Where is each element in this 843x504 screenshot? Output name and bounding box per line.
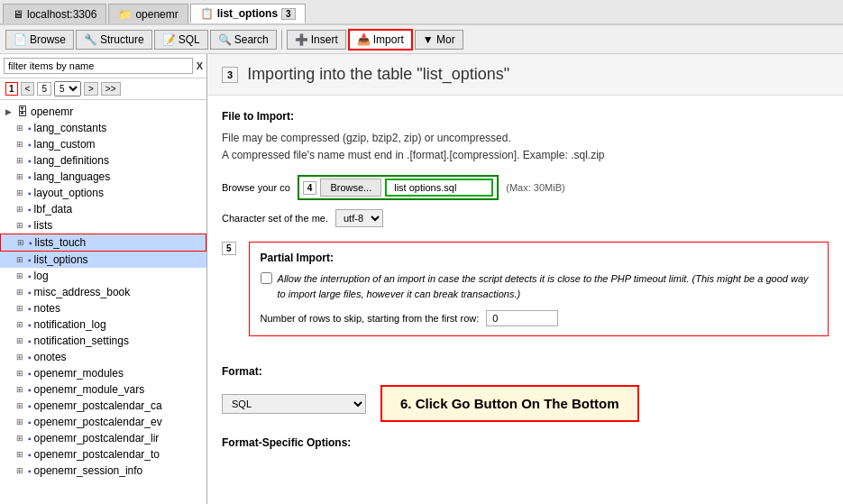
sidebar-item-lists_touch[interactable]: ⊞▪lists_touch [0,234,206,252]
browse-icon: 📄 [14,33,27,46]
format-select[interactable]: SQL [222,394,366,414]
sidebar-item-label: notification_settings [34,334,129,347]
more-button[interactable]: ▼ Mor [415,30,463,50]
sidebar-item-openemr_postcalendar_lir[interactable]: ⊞▪openemr_postcalendar_lir [0,430,206,446]
page-last-button[interactable]: >> [101,82,121,96]
charset-select[interactable]: utf-8 [335,209,383,227]
expand-icon: ⊞ [16,320,25,329]
sidebar-item-log[interactable]: ⊞▪log [0,268,206,284]
page-number: 5 [37,82,51,96]
sidebar-item-notification_settings[interactable]: ⊞▪notification_settings [0,333,206,349]
table-icon: ▪ [28,156,32,166]
sidebar-item-lang_definitions[interactable]: ⊞▪lang_definitions [0,152,206,169]
step5-marker: 5 [222,242,236,255]
content-area: 3 Importing into the table "list_options… [207,54,843,504]
sidebar-item-openemr_session_info[interactable]: ⊞▪openemr_session_info [0,463,206,479]
tab-number-badge: 3 [281,8,296,20]
sidebar-item-label: openemr_postcalendar_to [34,448,160,461]
file-import-section: File to Import: File may be compressed (… [222,110,829,227]
expand-icon: ⊞ [16,434,25,443]
sidebar-item-label: layout_options [34,187,104,199]
table-icon: ▪ [28,140,32,150]
sidebar-item-openemr_modules[interactable]: ⊞▪openemr_modules [0,365,206,381]
filter-input[interactable] [4,58,193,74]
main-toolbar: 📄 Browse 🔧 Structure 📝 SQL 🔍 Search ➕ In… [0,25,843,54]
sidebar-item-layout_options[interactable]: ⊞▪layout_options [0,185,206,201]
browse-file-button[interactable]: Browse... [320,179,381,197]
sidebar: X 1 < 5 5 > >> ▶ 🗄 openemr ⊞▪lang_consta… [0,54,207,504]
table-icon: ▪ [28,353,32,362]
sidebar-item-lang_custom[interactable]: ⊞▪lang_custom [0,136,206,152]
sidebar-item-lbf_data[interactable]: ⊞▪lbf_data [0,201,206,217]
tab-localhost[interactable]: 🖥 localhost:3306 [3,4,106,23]
table-icon: ▪ [28,385,32,395]
sidebar-item-lang_constants[interactable]: ⊞▪lang_constants [0,120,206,136]
expand-icon: ⊞ [16,369,25,378]
expand-icon: ⊞ [16,156,25,165]
sidebar-item-list_options[interactable]: ⊞▪list_options [0,252,206,268]
expand-icon: ⊞ [16,353,25,362]
sidebar-item-lists[interactable]: ⊞▪lists [0,217,206,234]
skip-row: Number of rows to skip, starting from th… [261,310,817,326]
expand-icon: ⊞ [16,401,25,410]
sidebar-item-notes[interactable]: ⊞▪notes [0,300,206,316]
tab-list-options[interactable]: 📋 list_options 3 [190,4,306,23]
sidebar-item-openemr_postcalendar_ca[interactable]: ⊞▪openemr_postcalendar_ca [0,398,206,414]
format-section: Format: SQL 6. Click Go Button On The Bo… [222,365,829,422]
filter-clear-button[interactable]: X [197,60,203,71]
table-icon: ▪ [28,205,32,215]
expand-icon: ⊞ [16,450,25,459]
expand-icon: ⊞ [16,172,25,181]
sidebar-item-label: lbf_data [34,203,73,215]
expand-icon: ⊞ [16,385,25,394]
partial-import-title: Partial Import: [261,252,817,264]
sql-button[interactable]: 📝 SQL [154,30,208,50]
table-icon: ▪ [28,172,32,182]
import-icon: 📥 [357,33,371,46]
search-button[interactable]: 🔍 Search [210,30,277,50]
sidebar-item-onotes[interactable]: ⊞▪onotes [0,349,206,365]
format-specific-title: Format-Specific Options: [222,436,829,449]
root-db-icon: 🗄 [17,105,28,118]
sidebar-item-openemr_module_vars[interactable]: ⊞▪openemr_module_vars [0,381,206,398]
sidebar-item-misc_address_book[interactable]: ⊞▪misc_address_book [0,284,206,300]
tab-bar: 🖥 localhost:3306 📁 openemr 📋 list_option… [0,0,843,25]
expand-icon: ⊞ [16,417,25,426]
expand-icon: ⊞ [17,238,26,247]
server-icon: 🖥 [13,8,23,21]
expand-icon: ⊞ [16,304,25,313]
structure-icon: 🔧 [84,33,97,46]
page-next-button[interactable]: > [84,82,98,96]
browse-button[interactable]: 📄 Browse [5,30,74,50]
sidebar-item-lang_languages[interactable]: ⊞▪lang_languages [0,169,206,185]
table-icon: ▪ [28,434,32,444]
tree-root-openemr[interactable]: ▶ 🗄 openemr [0,104,206,120]
expand-icon: ⊞ [16,466,25,475]
file-desc: File may be compressed (gzip, bzip2, zip… [222,130,829,164]
page-title: Importing into the table "list_options" [247,65,509,84]
sidebar-item-openemr_postcalendar_ev[interactable]: ⊞▪openemr_postcalendar_ev [0,414,206,430]
skip-input[interactable] [486,310,558,326]
partial-checkbox-row: Allow the interruption of an import in c… [261,271,817,301]
charset-label: Character set of the me. [222,213,328,224]
sidebar-item-openemr_postcalendar_to[interactable]: ⊞▪openemr_postcalendar_to [0,446,206,463]
page-prev-button[interactable]: < [21,82,35,96]
import-button[interactable]: 📥 Import [350,31,411,49]
sidebar-item-label: lang_constants [34,122,107,134]
search-icon: 🔍 [218,33,232,46]
charset-row: Character set of the me. utf-8 [222,209,829,227]
structure-button[interactable]: 🔧 Structure [76,30,152,50]
expand-icon: ⊞ [16,271,25,280]
sidebar-item-label: openemr_modules [34,367,124,380]
table-icon: ▪ [28,221,32,231]
table-icon: ▪ [28,288,32,298]
sidebar-item-notification_log[interactable]: ⊞▪notification_log [0,316,206,333]
db-icon: 📁 [118,8,132,21]
tree-items: ⊞▪lang_constants⊞▪lang_custom⊞▪lang_defi… [0,120,206,479]
sidebar-item-label: log [34,270,49,282]
partial-import-checkbox[interactable] [261,272,272,284]
page-select[interactable]: 5 [54,81,81,96]
tab-openemr[interactable]: 📁 openemr [108,4,188,23]
insert-button[interactable]: ➕ Insert [287,30,346,50]
format-title: Format: [222,365,829,378]
